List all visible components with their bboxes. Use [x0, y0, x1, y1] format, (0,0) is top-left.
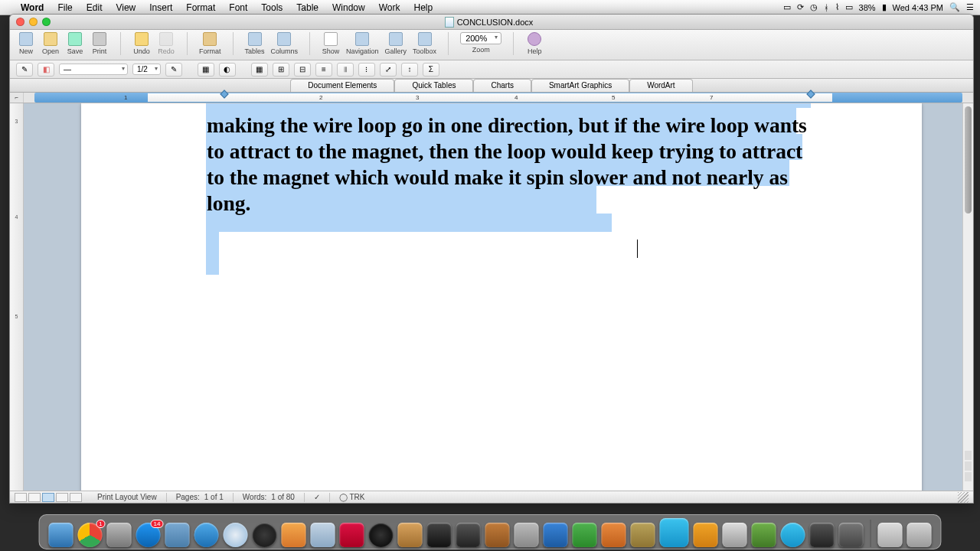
menu-format[interactable]: Format: [179, 2, 222, 13]
next-page-button[interactable]: [965, 472, 972, 481]
browse-object-button[interactable]: [965, 461, 972, 471]
dock-safari[interactable]: [224, 523, 248, 547]
dock-mail[interactable]: [165, 523, 190, 547]
track-changes-indicator[interactable]: ◯ TRK: [339, 493, 365, 501]
menu-work[interactable]: Work: [372, 2, 407, 13]
insert-table-icon[interactable]: ▦: [251, 63, 268, 77]
borders-icon[interactable]: ▦: [198, 63, 214, 77]
new-button[interactable]: New: [15, 32, 38, 55]
help-button[interactable]: Help: [523, 32, 546, 55]
words-value[interactable]: 1 of 80: [271, 493, 295, 501]
battery-icon[interactable]: ▮: [882, 2, 887, 12]
document-page[interactable]: making the wire loop go in one direction…: [81, 103, 922, 491]
dock-time-machine[interactable]: [253, 523, 277, 547]
menu-file[interactable]: File: [51, 2, 79, 13]
document-text[interactable]: making the wire loop go in one direction…: [207, 112, 812, 217]
autosum-icon[interactable]: Σ: [423, 63, 439, 77]
dock-word[interactable]: [544, 523, 568, 547]
menu-help[interactable]: Help: [407, 2, 440, 13]
minimize-button[interactable]: [29, 18, 38, 26]
pages-value[interactable]: 1 of 1: [204, 493, 224, 501]
print-button[interactable]: Print: [88, 32, 111, 55]
menu-tools[interactable]: Tools: [254, 2, 289, 13]
resize-grip[interactable]: [958, 492, 969, 503]
undo-button[interactable]: Undo: [130, 32, 153, 55]
save-button[interactable]: Save: [64, 32, 87, 55]
menu-edit[interactable]: Edit: [80, 2, 109, 13]
autofit-icon[interactable]: ⤢: [380, 63, 397, 77]
dock-parallels[interactable]: [340, 523, 364, 547]
dock-appstore[interactable]: 14: [136, 523, 161, 547]
vertical-ruler[interactable]: 3 4 5: [10, 103, 24, 491]
dock-imovie[interactable]: [427, 523, 452, 547]
list-icon[interactable]: ☰: [966, 2, 974, 12]
menu-window[interactable]: Window: [325, 2, 372, 13]
draw-table-icon[interactable]: ✎: [16, 63, 33, 77]
dock-skype[interactable]: [660, 518, 689, 547]
tab-wordart[interactable]: WordArt: [629, 79, 693, 92]
dock-itunes[interactable]: [194, 523, 219, 547]
tab-document-elements[interactable]: Document Elements: [290, 79, 394, 92]
outline-view-button[interactable]: [28, 493, 41, 502]
dock-skype-alt[interactable]: [781, 523, 805, 547]
vertical-scrollbar[interactable]: [962, 103, 973, 491]
notebook-view-button[interactable]: [56, 493, 68, 502]
dock-excel[interactable]: [573, 523, 597, 547]
align-icon[interactable]: ≡: [315, 63, 332, 77]
zoom-button[interactable]: [42, 18, 51, 26]
draft-view-button[interactable]: [15, 493, 27, 502]
merge-cells-icon[interactable]: ⊞: [273, 63, 289, 77]
dock-movies[interactable]: [723, 523, 747, 547]
dock-pages[interactable]: [514, 523, 539, 547]
dock-chrome[interactable]: 1: [78, 523, 103, 547]
display-icon[interactable]: ▭: [845, 2, 853, 12]
bluetooth-icon[interactable]: ᚼ: [824, 3, 829, 12]
dock-notes[interactable]: [631, 523, 655, 547]
timemachine-icon[interactable]: ◷: [810, 2, 818, 12]
zoom-select[interactable]: 200%Zoom: [458, 32, 504, 54]
line-weight-select[interactable]: 1/2: [132, 64, 161, 75]
spellcheck-icon[interactable]: ✓: [314, 493, 320, 501]
dock-garageband[interactable]: [398, 523, 423, 547]
tab-smartart[interactable]: SmartArt Graphics: [531, 79, 629, 92]
line-style-select[interactable]: —: [59, 64, 128, 75]
menu-font[interactable]: Font: [222, 2, 254, 13]
toolbox-button[interactable]: Toolbox: [410, 32, 439, 55]
dock-photo-booth[interactable]: [282, 523, 306, 547]
shading-icon[interactable]: ◐: [219, 63, 236, 77]
close-button[interactable]: [16, 18, 24, 26]
split-cells-icon[interactable]: ⊟: [294, 63, 311, 77]
battery-percent[interactable]: 38%: [859, 3, 876, 12]
border-color-icon[interactable]: ✎: [165, 63, 182, 77]
tab-quick-tables[interactable]: Quick Tables: [394, 79, 473, 92]
titlebar[interactable]: CONCLUSION.docx: [10, 15, 973, 30]
horizontal-ruler[interactable]: 1 2 3 4 5 7: [34, 93, 962, 103]
eraser-icon[interactable]: ◧: [38, 63, 54, 77]
wifi-icon[interactable]: ⌇: [835, 2, 839, 12]
show-button[interactable]: Show: [319, 32, 342, 55]
dock-steam-alt[interactable]: [810, 523, 835, 547]
screenshare-icon[interactable]: ▭: [783, 2, 791, 12]
sync-icon[interactable]: ⟳: [797, 2, 804, 12]
columns-button[interactable]: Columns: [269, 32, 301, 55]
scrollbar-thumb[interactable]: [965, 106, 972, 214]
redo-button[interactable]: Redo: [155, 32, 178, 55]
menu-insert[interactable]: Insert: [142, 2, 179, 13]
prev-page-button[interactable]: [965, 451, 972, 460]
sort-icon[interactable]: ↕: [401, 63, 418, 77]
gallery-button[interactable]: Gallery: [383, 32, 410, 55]
distribute-cols-icon[interactable]: ⫶: [358, 63, 375, 77]
dock-powerpoint[interactable]: [602, 523, 626, 547]
dock-ibooks[interactable]: [694, 523, 718, 547]
tables-button[interactable]: Tables: [243, 32, 267, 55]
dock-steam[interactable]: [369, 523, 394, 547]
dock-trash[interactable]: [907, 523, 932, 547]
format-button[interactable]: Format: [197, 32, 224, 55]
dock-preview[interactable]: [311, 523, 335, 547]
menubar-app[interactable]: Word: [14, 2, 51, 13]
dock-keynote[interactable]: [485, 523, 510, 547]
spotlight-icon[interactable]: 🔍: [949, 2, 960, 12]
dock-finder[interactable]: [49, 523, 74, 547]
dock-hammer[interactable]: [839, 523, 864, 547]
tab-charts[interactable]: Charts: [473, 79, 531, 92]
